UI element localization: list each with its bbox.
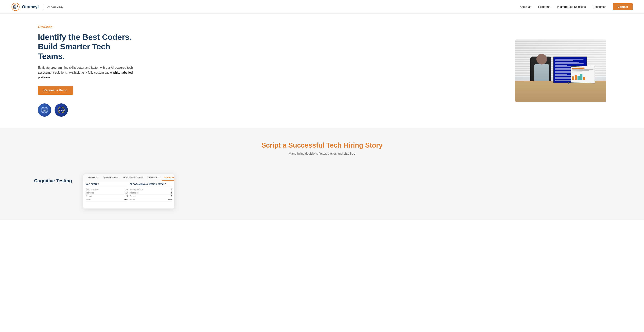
gdpr-badge: GDPR	[54, 103, 68, 117]
svg-point-18	[58, 108, 59, 109]
code-line	[555, 60, 573, 61]
hero-image	[515, 40, 606, 102]
row-value: 5	[171, 188, 172, 191]
svg-point-8	[61, 107, 61, 107]
dashboard-tabs: Test Details Question Details Video Anal…	[83, 174, 174, 181]
hero-cta-button[interactable]: Request a Demo	[38, 86, 73, 95]
row-value: 20	[126, 188, 128, 191]
tab-test-details[interactable]: Test Details	[86, 174, 101, 181]
dashboard-mockup: Test Details Question Details Video Anal…	[83, 174, 174, 209]
bottom-strip: Cognitive Testing Test Details Question …	[0, 174, 644, 220]
chart-bar	[578, 76, 580, 80]
hero-badges: ISO	[38, 103, 136, 117]
chart-bar	[575, 75, 577, 80]
nav-platforms[interactable]: Platforms	[538, 5, 550, 8]
row-value: 60%	[168, 199, 172, 201]
nav-solutions[interactable]: Platform-Led Solutions	[557, 5, 586, 8]
laptop	[571, 66, 595, 84]
tab-score-overview[interactable]: Score Overview	[162, 174, 174, 181]
laptop-bar-gray	[572, 72, 582, 72]
brand-name: Otomeyt	[22, 4, 39, 9]
row-label: Total Questions	[86, 188, 99, 191]
code-line	[555, 63, 584, 64]
hero-content: OtoCode Identify the Best Coders. Build …	[38, 25, 136, 117]
mcq-col-title: MCQ DETAILS	[86, 183, 128, 186]
hiring-story-section: Script a Successful Tech Hiring Story Ma…	[0, 128, 644, 174]
hero-section: OtoCode Identify the Best Coders. Build …	[0, 14, 644, 128]
svg-point-9	[62, 107, 63, 108]
table-row: Score 60%	[130, 198, 172, 202]
logo-icon	[11, 3, 20, 11]
gdpr-icon: GDPR	[58, 106, 65, 114]
nav-about[interactable]: About Us	[520, 5, 532, 8]
row-label: Correct	[86, 195, 92, 197]
code-line	[555, 69, 573, 70]
row-label: Score	[130, 199, 135, 201]
code-line	[555, 59, 584, 60]
cognitive-testing-label: Cognitive Testing	[34, 174, 72, 184]
code-line	[555, 62, 579, 63]
navbar: Otomeyt An Apar Entity About Us Platform…	[0, 0, 644, 14]
chart-bar	[580, 74, 582, 80]
chart-bar	[583, 77, 585, 80]
monitor-stand	[568, 82, 569, 84]
table-row: Passed 3	[130, 195, 172, 198]
hero-title-line2: Build Smarter Tech Teams.	[38, 42, 110, 61]
table-row: Total Questions 20	[86, 188, 128, 191]
tab-question-details[interactable]: Question Details	[101, 174, 121, 181]
svg-point-10	[63, 108, 64, 109]
tab-screenshots[interactable]: Screenshots	[146, 174, 162, 181]
mcq-details-col: MCQ DETAILS Total Questions 20 Attempted…	[86, 183, 128, 202]
svg-point-15	[60, 112, 60, 112]
hiring-title-plain: Script a	[262, 141, 288, 149]
laptop-bar-gray	[572, 69, 594, 70]
row-label: Passed	[130, 195, 136, 197]
logo-area: Otomeyt An Apar Entity	[11, 3, 63, 11]
hero-title: Identify the Best Coders. Build Smarter …	[38, 33, 136, 61]
nav-resources[interactable]: Resources	[592, 5, 606, 8]
tab-video-analysis[interactable]: Video Analysis Details	[121, 174, 146, 181]
table-row: Attempted 4	[130, 191, 172, 195]
hero-description: Evaluate programming skills better and f…	[38, 65, 136, 80]
hiring-story-title: Script a Successful Tech Hiring Story	[11, 141, 633, 149]
row-label: Total Questions	[130, 188, 143, 191]
nav-links: About Us Platforms Platform-Led Solution…	[520, 3, 633, 10]
svg-text:GDPR: GDPR	[58, 109, 64, 111]
table-row: Total Questions 5	[130, 188, 172, 191]
row-label: Attempted	[86, 192, 94, 194]
code-line	[555, 74, 567, 75]
table-row: Correct 15	[86, 195, 128, 198]
laptop-bar-gray	[572, 70, 589, 71]
hero-title-line1: Identify the Best Coders.	[38, 33, 132, 42]
desk	[515, 81, 606, 102]
dashboard-body: MCQ DETAILS Total Questions 20 Attempted…	[83, 181, 174, 204]
hiring-title-highlight: Successful Tech Hiring Story	[288, 141, 382, 149]
svg-point-19	[60, 107, 60, 108]
row-value: 15	[126, 195, 128, 197]
row-value: 75%	[124, 199, 128, 201]
svg-text:ISO: ISO	[43, 109, 46, 111]
svg-point-13	[62, 112, 63, 112]
brand-tagline: An Apar Entity	[47, 5, 63, 8]
svg-point-14	[61, 112, 61, 113]
laptop-screen	[571, 66, 594, 83]
iso-globe-icon: ISO	[41, 106, 48, 114]
hero-img-bg	[515, 40, 606, 102]
chart-area	[572, 73, 594, 80]
logo-divider	[43, 4, 43, 10]
row-value: 18	[126, 192, 128, 194]
chart-bar	[572, 76, 574, 80]
hiring-story-subtitle: Make hiring decisions faster, easier, an…	[11, 152, 633, 155]
laptop-bar	[572, 68, 585, 69]
row-label: Score	[86, 199, 90, 201]
code-line	[555, 65, 567, 66]
iso-badge: ISO	[38, 103, 51, 117]
hero-brand-name: OtoCode	[38, 25, 136, 29]
table-row: Score 75%	[86, 198, 128, 202]
row-value: 3	[171, 195, 172, 197]
row-value: 4	[171, 192, 172, 194]
prog-details-col: PROGRAMMING QUESTION DETAILS Total Quest…	[130, 183, 172, 202]
contact-button[interactable]: Contact	[613, 3, 633, 10]
code-line	[555, 78, 573, 79]
table-row: Attempted 18	[86, 191, 128, 195]
